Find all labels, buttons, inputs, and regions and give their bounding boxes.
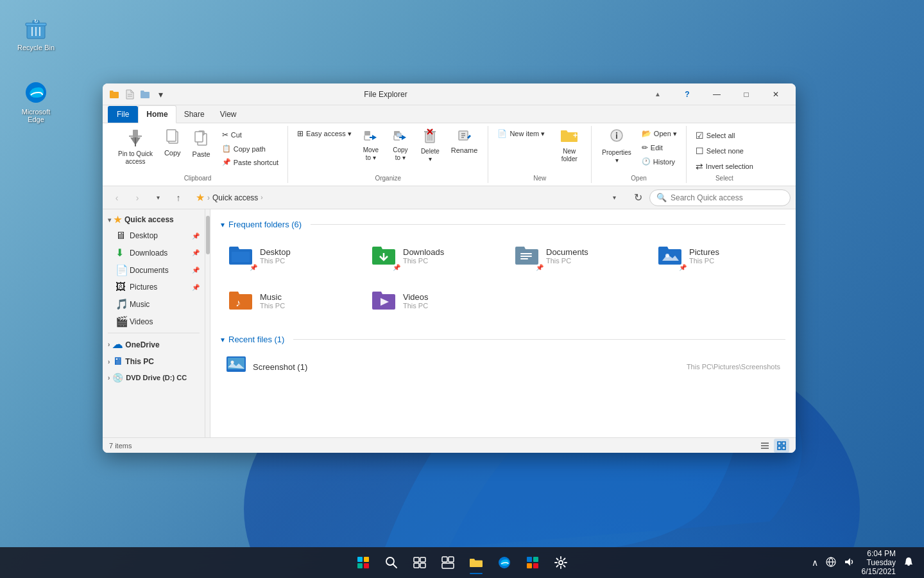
- sidebar-item-downloads[interactable]: ⬇ Downloads 📌: [103, 244, 205, 261]
- recent-files-header[interactable]: ▾ Recent files (1): [221, 335, 785, 344]
- videos-folder-loc: This PC: [403, 302, 429, 310]
- taskbar-clock[interactable]: 6:04 PM Tuesday 6/15/2021: [862, 549, 896, 576]
- desktop-icon-edge[interactable]: Microsoft Edge: [10, 77, 62, 126]
- recent-files-chevron: ▾: [221, 335, 225, 344]
- notification-button[interactable]: [901, 554, 916, 572]
- tray-volume-button[interactable]: [841, 554, 857, 572]
- new-folder-button[interactable]: + Newfolder: [552, 126, 586, 166]
- select-all-button[interactable]: ☑ Select all: [692, 128, 757, 143]
- copy-to-button[interactable]: Copyto ▾: [386, 126, 415, 164]
- sidebar-scrollbar[interactable]: [205, 209, 210, 437]
- start-button[interactable]: [350, 550, 376, 575]
- svg-rect-69: [527, 563, 532, 568]
- back-button[interactable]: ‹: [108, 189, 126, 207]
- organize-group: ⊞ Easy access ▾: [288, 126, 488, 183]
- frequent-folders-header[interactable]: ▾ Frequent folders (6): [221, 220, 785, 229]
- sidebar-scrollbar-thumb[interactable]: [206, 216, 210, 254]
- file-explorer-taskbar-button[interactable]: [463, 550, 489, 575]
- easy-access-button[interactable]: ⊞ Easy access ▾: [293, 127, 355, 140]
- cut-button[interactable]: ✂ Cut: [218, 128, 282, 141]
- address-path[interactable]: ★ › Quick access › ▾: [190, 189, 626, 206]
- rename-label: Rename: [451, 146, 478, 154]
- paste-button[interactable]: Paste: [187, 126, 216, 161]
- invert-selection-button[interactable]: ⇄ Invert selection: [692, 159, 757, 173]
- sidebar-item-documents[interactable]: 📄 Documents 📌: [103, 261, 205, 279]
- minimize-button[interactable]: —: [702, 83, 732, 105]
- list-view-button[interactable]: [757, 439, 773, 453]
- recent-locations-button[interactable]: ▾: [149, 189, 167, 207]
- clipboard-items: Pin to Quickaccess Copy: [113, 126, 282, 173]
- select-none-button[interactable]: ☐ Select none: [692, 144, 757, 158]
- open-items: Properties▾ 📂 Open ▾ ✏ Edit: [597, 126, 681, 173]
- search-box[interactable]: 🔍: [649, 189, 791, 206]
- path-dropdown-button[interactable]: ▾: [608, 191, 620, 204]
- sidebar-videos-label: Videos: [130, 317, 200, 326]
- maximize-button[interactable]: □: [732, 83, 761, 105]
- folder-item-desktop[interactable]: Desktop This PC 📌: [221, 237, 356, 274]
- move-to-label: Moveto ▾: [363, 146, 379, 162]
- sidebar-documents-icon: 📄: [116, 264, 127, 276]
- sidebar-thispc-header[interactable]: › 🖥 This PC: [103, 353, 205, 370]
- folder-item-pictures[interactable]: Pictures This PC 📌: [650, 237, 785, 274]
- open-button[interactable]: 📂 Open ▾: [638, 127, 681, 140]
- sidebar-item-desktop[interactable]: 🖥 Desktop 📌: [103, 227, 205, 244]
- refresh-button[interactable]: ↻: [629, 189, 647, 207]
- folder-item-videos[interactable]: Videos This PC: [364, 282, 499, 319]
- close-button[interactable]: ✕: [761, 83, 791, 105]
- large-icons-view-button[interactable]: [774, 439, 789, 453]
- history-button[interactable]: 🕐 History: [638, 155, 681, 168]
- recent-file-item-screenshot[interactable]: Screenshot (1) This PC\Pictures\Screensh…: [221, 352, 785, 381]
- select-group: ☑ Select all ☐ Select none ⇄ Invert sele…: [687, 126, 762, 183]
- sidebar-quick-access-header[interactable]: ▾ ★ Quick access: [103, 212, 205, 227]
- folder-item-documents[interactable]: Documents This PC 📌: [507, 237, 642, 274]
- ribbon-collapse-btn[interactable]: ▲: [643, 83, 672, 105]
- pin-button-label: Pin to Quickaccess: [118, 150, 153, 166]
- tab-view[interactable]: View: [212, 106, 244, 123]
- paste-shortcut-button[interactable]: 📌 Paste shortcut: [218, 156, 282, 168]
- window-controls: ▲ ? — □ ✕: [643, 83, 791, 105]
- dvd-expand-icon: ›: [108, 374, 110, 381]
- sidebar-item-pictures[interactable]: 🖼 Pictures 📌: [103, 279, 205, 295]
- store-taskbar-button[interactable]: [520, 550, 545, 575]
- sidebar-item-music[interactable]: 🎵 Music: [103, 295, 205, 313]
- search-taskbar-button[interactable]: [379, 550, 404, 575]
- task-view-button[interactable]: [407, 550, 432, 575]
- sidebar-onedrive-header[interactable]: › ☁ OneDrive: [103, 336, 205, 353]
- desktop-icon-recycle-bin[interactable]: ↻ Recycle Bin: [10, 13, 62, 54]
- up-button[interactable]: ↑: [169, 189, 187, 207]
- tab-home[interactable]: Home: [138, 105, 176, 123]
- help-button[interactable]: ?: [672, 83, 702, 105]
- copy-button[interactable]: Copy: [159, 126, 186, 159]
- view-buttons: [757, 439, 789, 453]
- svg-rect-65: [442, 563, 454, 568]
- sidebar-dvd-header[interactable]: › 💿 DVD Drive (D:) CC: [103, 370, 205, 385]
- sidebar-pictures-label: Pictures: [130, 283, 189, 292]
- open-icon: 📂: [642, 129, 651, 138]
- widgets-button[interactable]: [435, 550, 461, 575]
- move-to-button[interactable]: Moveto ▾: [357, 126, 385, 164]
- svg-rect-50: [782, 442, 785, 445]
- settings-taskbar-button[interactable]: [548, 550, 574, 575]
- tray-language-button[interactable]: [823, 554, 839, 572]
- sidebar-item-videos[interactable]: 🎬 Videos: [103, 313, 205, 330]
- copy-path-button[interactable]: 📋 Copy path: [218, 143, 282, 155]
- tray-show-hidden-button[interactable]: ∧: [809, 555, 821, 570]
- folder-item-downloads[interactable]: Downloads This PC 📌: [364, 237, 499, 274]
- delete-button[interactable]: Delete▾: [416, 126, 445, 166]
- tab-file[interactable]: File: [108, 106, 138, 123]
- svg-rect-54: [364, 557, 369, 562]
- rename-button[interactable]: Rename: [446, 126, 483, 157]
- edge-taskbar-button[interactable]: [492, 550, 517, 575]
- search-input[interactable]: [671, 193, 783, 202]
- properties-button[interactable]: Properties▾: [597, 126, 637, 167]
- clipboard-group: Pin to Quickaccess Copy: [108, 126, 288, 183]
- forward-button[interactable]: ›: [128, 189, 146, 207]
- titlebar-folder-icon[interactable]: [108, 88, 121, 101]
- clock-date-full: 6/15/2021: [862, 567, 896, 576]
- folder-item-music[interactable]: ♪ Music This PC: [221, 282, 356, 319]
- new-item-button[interactable]: 📄 New item ▾: [493, 127, 549, 140]
- edit-button[interactable]: ✏ Edit: [638, 141, 681, 154]
- tab-share[interactable]: Share: [176, 106, 212, 123]
- pin-to-quick-access-button[interactable]: Pin to Quickaccess: [113, 126, 158, 168]
- svg-rect-67: [527, 557, 532, 562]
